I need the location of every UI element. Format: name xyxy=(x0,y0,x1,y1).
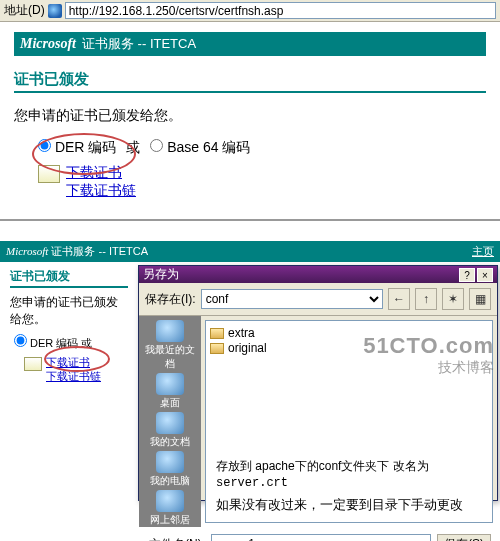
views-button[interactable]: ▦ xyxy=(469,288,491,310)
places-bar: 我最近的文档 桌面 我的文档 我的电脑 网上邻居 xyxy=(139,316,201,527)
back-button[interactable]: ← xyxy=(388,288,410,310)
save-button[interactable]: 保存(S) xyxy=(437,534,491,541)
help-button[interactable]: ? xyxy=(459,268,475,282)
place-recent[interactable]: 我最近的文档 xyxy=(142,320,198,371)
download-chain-link-small[interactable]: 下载证书链 xyxy=(46,369,101,383)
address-label: 地址(D) xyxy=(4,2,45,19)
place-mycomputer[interactable]: 我的电脑 xyxy=(142,451,198,488)
issued-msg-small: 您申请的证书已颁发给您。 xyxy=(10,294,128,328)
issued-msg: 您申请的证书已颁发给您。 xyxy=(14,107,486,125)
encoding-row: DER 编码 或 Base 64 编码 xyxy=(38,139,486,157)
save-as-dialog: 另存为 ? × 保存在(I): conf ← ↑ ✶ ▦ 我最近的文档 桌面 我… xyxy=(138,265,498,501)
der-option-small[interactable]: DER 编码 xyxy=(14,334,78,351)
ms-banner-small: Microsoft 证书服务 -- ITETCA 主页 xyxy=(0,241,500,262)
annotation-note: 存放到 apache下的conf文件夹下 改名为 server.crt 如果没有… xyxy=(216,458,486,514)
save-in-select[interactable]: conf xyxy=(201,289,383,309)
place-desktop[interactable]: 桌面 xyxy=(142,373,198,410)
home-link[interactable]: 主页 xyxy=(472,244,494,259)
download-cert-link-small[interactable]: 下载证书 xyxy=(46,355,101,369)
cert-icon xyxy=(38,165,60,183)
download-chain-link[interactable]: 下载证书链 xyxy=(66,181,136,199)
title-underline xyxy=(14,91,486,93)
filename-label: 文件名(N): xyxy=(145,536,205,542)
page-title-small: 证书已颁发 xyxy=(10,268,128,285)
up-button[interactable]: ↑ xyxy=(415,288,437,310)
dialog-title: 另存为 xyxy=(143,266,179,283)
banner-text: 证书服务 -- ITETCA xyxy=(82,35,196,53)
filename-input[interactable] xyxy=(211,534,431,541)
ie-icon xyxy=(48,4,62,18)
b64-option[interactable]: Base 64 编码 xyxy=(150,139,250,157)
folder-icon xyxy=(210,343,224,354)
place-network[interactable]: 网上邻居 xyxy=(142,490,198,527)
save-in-label: 保存在(I): xyxy=(145,291,196,308)
address-bar: 地址(D) xyxy=(0,0,500,22)
folder-icon xyxy=(210,328,224,339)
cert-icon-small xyxy=(24,357,42,371)
dialog-titlebar: 另存为 ? × xyxy=(139,266,497,283)
underline-small xyxy=(10,286,128,288)
or-text: 或 xyxy=(126,139,140,157)
page-title: 证书已颁发 xyxy=(14,70,486,89)
der-option[interactable]: DER 编码 xyxy=(38,139,116,157)
ms-logo-text: Microsoft xyxy=(20,36,76,52)
close-button[interactable]: × xyxy=(477,268,493,282)
ms-banner: Microsoft 证书服务 -- ITETCA xyxy=(14,32,486,56)
place-mydocs[interactable]: 我的文档 xyxy=(142,412,198,449)
url-input[interactable] xyxy=(65,2,496,19)
newfolder-button[interactable]: ✶ xyxy=(442,288,464,310)
download-cert-link[interactable]: 下载证书 xyxy=(66,163,136,181)
watermark: 51CTO.com 技术博客 xyxy=(363,333,494,377)
